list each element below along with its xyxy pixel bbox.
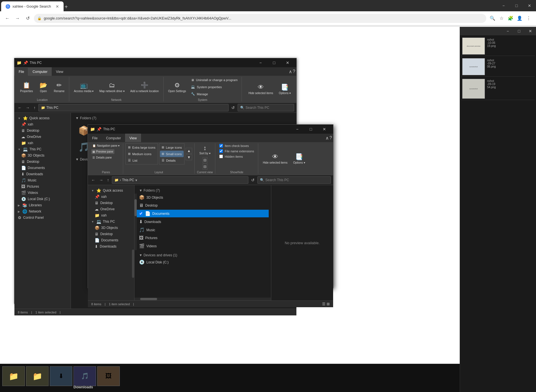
fg-sidebar-quickaccess[interactable]: ▼ ⭐ Quick access (88, 187, 134, 194)
screenshot-item-3[interactable]: screenshot nshot -09-19 54.png (461, 78, 535, 100)
manage-button[interactable]: 🔧 Manage (189, 91, 239, 97)
menu-icon-btn[interactable]: ⋮ (525, 14, 533, 22)
fg-sidebar-documents[interactable]: 📄 Documents (88, 237, 134, 243)
fg-sidebar-onedrive[interactable]: ☁ OneDrive (88, 206, 134, 212)
fg-item-check-boxes-input[interactable] (219, 144, 223, 148)
sidebar-item-onedrive[interactable]: ☁ OneDrive (14, 134, 71, 140)
chrome-close-button[interactable]: ✕ (523, 2, 536, 10)
fg-horizontal-scrollbar[interactable] (140, 298, 157, 300)
fg-view-layout-btn2[interactable]: ⊟ (203, 164, 207, 170)
sidebar-item-quickaccess[interactable]: ▼ ⭐ Quick access (14, 115, 71, 121)
sidebar-item-3dobjects[interactable]: 📦 3D Objects (14, 152, 71, 159)
close-button[interactable]: ✕ (281, 58, 294, 67)
sidebar-item-music[interactable]: 🎵 Music (14, 177, 71, 183)
fg-preview-pane-button[interactable]: ▦ Preview pane (91, 149, 114, 154)
fg-large-icons-button[interactable]: ⊞Large icons (160, 144, 184, 151)
right-maximize-button[interactable]: □ (513, 27, 525, 35)
hide-selected-items-button[interactable]: 👁 Hide selected items (246, 83, 275, 96)
fg-view-layout-btn1[interactable]: ⊟ (203, 157, 207, 163)
bottom-thumb-2[interactable]: 📁 (26, 366, 49, 386)
tab-computer[interactable]: Computer (28, 67, 52, 76)
forward-button[interactable]: → (14, 14, 21, 22)
fg-search-box[interactable]: 🔍 Search This PC (257, 176, 331, 184)
fg-hidden-items-input[interactable] (219, 155, 223, 158)
sidebar-item-network[interactable]: ▶ 🌐 Network (14, 208, 71, 215)
fg-folder-pictures[interactable]: 🖼 Pictures (137, 234, 269, 242)
fg-details-pane-button[interactable]: ☰ Details pane (91, 155, 113, 160)
fg-path-input[interactable]: 📁 › This PC ▾ (112, 176, 248, 184)
fg-back-nav-button[interactable]: ← (90, 177, 96, 183)
fg-file-name-extensions-checkbox[interactable]: File name extensions (218, 149, 256, 153)
add-network-location-button[interactable]: ➕ Add a network location (128, 81, 161, 94)
fg-documents-checkbox[interactable] (139, 212, 143, 215)
sidebar-item-thispc[interactable]: ▼ 💻 This PC (14, 146, 71, 152)
bottom-thumb-5[interactable]: 🖼 (97, 366, 120, 386)
fg-item-check-boxes-checkbox[interactable]: Item check boxes (218, 143, 251, 148)
sidebar-item-desktop[interactable]: 🖥 Desktop (14, 127, 71, 134)
bottom-thumb-4[interactable]: 🎵 (73, 366, 96, 386)
fg-list-button[interactable]: ☰List (126, 157, 157, 164)
sidebar-item-desktop2[interactable]: 🖥 Desktop (14, 159, 71, 165)
screenshot-item-1[interactable]: document preview nshot -10-06 19.png (461, 36, 535, 56)
sidebar-item-localdisk[interactable]: 💿 Local Disk (C:) (14, 196, 71, 202)
fg-list-view-button[interactable]: ☰ (322, 302, 325, 306)
right-minimize-button[interactable]: − (502, 27, 513, 35)
chrome-minimize-button[interactable]: − (497, 2, 510, 10)
sidebar-item-documents[interactable]: 📄 Documents (14, 165, 71, 171)
fg-sidebar-3dobjects[interactable]: 📦 3D Objects (88, 225, 134, 231)
fg-sidebar-desktop[interactable]: 🖥 Desktop (88, 200, 134, 206)
tab-close-icon[interactable]: ✕ (56, 4, 59, 9)
fg-drive-localdisk[interactable]: 💿 Local Disk (C:) (137, 258, 269, 266)
new-tab-button[interactable]: + (65, 4, 68, 10)
fg-folder-desktop[interactable]: 🖥 Desktop (137, 202, 269, 209)
fg-minimize-button[interactable]: − (291, 125, 304, 134)
bookmark-icon-btn[interactable]: ☆ (498, 14, 505, 22)
fg-close-button[interactable]: ✕ (318, 125, 331, 134)
extensions-icon-btn[interactable]: 🧩 (507, 14, 515, 22)
restore-button[interactable]: □ (268, 58, 281, 67)
refresh-button[interactable]: ↺ (24, 14, 32, 22)
fg-folder-documents[interactable]: 📄 Documents (137, 210, 269, 217)
fg-detail-view-button[interactable]: ⊞ (327, 302, 330, 306)
fg-sidebar-xah[interactable]: 📌 xah (88, 194, 134, 200)
fg-tab-view[interactable]: View (125, 134, 141, 142)
back-nav-button[interactable]: ← (17, 105, 23, 111)
help-icon[interactable]: ? (293, 69, 295, 74)
fg-maximize-button[interactable]: □ (304, 125, 317, 134)
sidebar-item-videos[interactable]: 🎬 Videos (14, 190, 71, 196)
fg-sidebar-downloads[interactable]: ⬇ Downloads (88, 243, 134, 250)
rename-button[interactable]: ✏ Rename (52, 81, 67, 94)
fg-navigation-pane-button[interactable]: 📋 Navigation pane ▾ (91, 143, 121, 148)
map-network-drive-button[interactable]: 🗂 Map network drive ▾ (97, 81, 127, 94)
up-nav-button[interactable]: ↑ (32, 105, 37, 111)
fg-tab-file[interactable]: File (88, 134, 102, 142)
search-box-bg[interactable]: 🔍 Search This PC (238, 104, 294, 111)
sidebar-item-libraries[interactable]: ▶ 📚 Libraries (14, 202, 71, 208)
back-button[interactable]: ← (3, 14, 11, 22)
fg-tab-computer[interactable]: Computer (102, 134, 125, 142)
bottom-thumb-1[interactable]: 📁 (2, 366, 25, 386)
fg-medium-icons-button[interactable]: ⊞Medium icons (126, 151, 157, 157)
uninstall-programs-button[interactable]: 🖥 Uninstall or change a program (189, 77, 239, 83)
fg-layout-down-button[interactable]: ▼ (186, 154, 192, 160)
fg-small-icons-button[interactable]: ⊞Small icons (160, 151, 184, 157)
sidebar-item-controlpanel[interactable]: ⚙ Control Panel (14, 215, 71, 221)
fg-folder-downloads[interactable]: ⬇ Downloads (137, 218, 269, 226)
fg-content-scrollbar[interactable] (134, 199, 137, 216)
options-button[interactable]: 📑 Options ▾ (277, 83, 293, 96)
fg-collapse-ribbon-icon[interactable]: ∧ (325, 135, 329, 141)
properties-button[interactable]: 📋 Properties (18, 81, 35, 94)
minimize-button[interactable]: − (254, 58, 267, 67)
sidebar-item-xah2[interactable]: 📁 xah (14, 140, 71, 146)
collapse-ribbon-icon[interactable]: ∧ (289, 69, 292, 74)
screenshot-item-2[interactable]: screenshot nshot -09-27 06.png (461, 57, 535, 77)
path-input[interactable]: 📁 This PC (38, 104, 229, 111)
tab-file[interactable]: File (14, 67, 28, 76)
fg-refresh-nav-button[interactable]: ↺ (250, 177, 256, 183)
fg-hidden-items-checkbox[interactable]: Hidden items (218, 154, 244, 159)
fg-file-name-extensions-input[interactable] (219, 149, 223, 153)
refresh-nav-button[interactable]: ↺ (230, 105, 236, 111)
fg-forward-nav-button[interactable]: → (98, 177, 104, 183)
fg-hide-selected-button[interactable]: 👁 Hide selected items (261, 152, 290, 165)
system-properties-button[interactable]: 💻 System properties (189, 84, 239, 90)
